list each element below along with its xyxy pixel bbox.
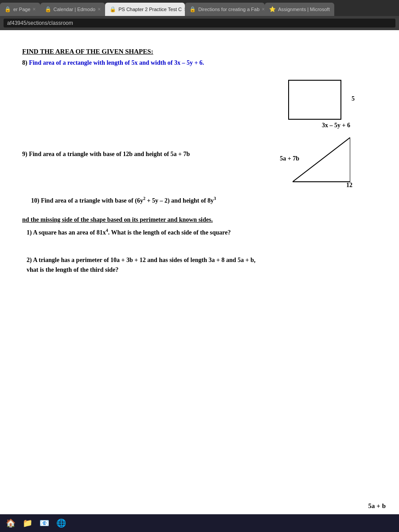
problem-12: 2) A triangle has a perimeter of 10a + 3… [22, 255, 377, 275]
address-bar-row [0, 16, 399, 30]
bottom-right-label: 5a + b [368, 502, 386, 510]
rect-bottom-label: 3x – 5y + 6 [322, 122, 350, 129]
tab-ps-chapter[interactable]: 🔒 PS Chapter 2 Practice Test C × [105, 3, 185, 16]
document-area: FIND THE AREA OF THE GIVEN SHAPES: 8) Fi… [0, 30, 399, 532]
tab-close-3[interactable]: × [184, 6, 185, 12]
tab-directions[interactable]: 🔒 Directions for creating a Fab × [185, 3, 265, 16]
tab-close-1[interactable]: × [33, 6, 36, 12]
problem-9-text: 9) Find area of a triangle with base of … [22, 151, 190, 158]
rectangle-shape [288, 80, 341, 120]
tab-label-4: Directions for creating a Fab [198, 7, 259, 12]
tab-label-3: PS Chapter 2 Practice Test C [118, 7, 182, 12]
tab-er-page[interactable]: 🔒 er Page × [0, 3, 40, 16]
section-heading-2: nd the missing side of the shape based o… [22, 216, 377, 223]
tab-assignments[interactable]: ⭐ Assignments | Microsoft [265, 3, 334, 16]
taskbar-folder-icon[interactable]: 📁 [20, 516, 35, 530]
svg-marker-0 [293, 137, 350, 182]
tab-calendar[interactable]: 🔒 Calendar | Edmodo × [40, 3, 106, 16]
problem-9-row: 9) Find area of a triangle with base of … [22, 137, 377, 191]
tab-icon-2: 🔒 [45, 6, 51, 12]
tab-icon-1: 🔒 [4, 6, 11, 12]
tab-label-1: er Page [13, 7, 31, 12]
problem-10: 10) Find area of a triangle with base of… [22, 195, 377, 205]
tab-icon-5: ⭐ [269, 6, 276, 12]
tab-icon-3: 🔒 [110, 6, 116, 12]
tab-label-5: Assignments | Microsoft [278, 7, 330, 12]
problem-9-container: 9) Find area of a triangle with base of … [22, 137, 377, 191]
problem-8-text: 8) Find area of a rectangle with length … [22, 59, 204, 66]
triangle-base-label: 12 [346, 182, 352, 189]
tab-bar: 🔒 er Page × 🔒 Calendar | Edmodo × 🔒 PS C… [0, 0, 399, 16]
taskbar-start-icon[interactable]: 🏠 [4, 516, 18, 530]
tab-close-2[interactable]: × [98, 6, 101, 12]
tab-label-2: Calendar | Edmodo [54, 7, 96, 12]
taskbar-browser-icon[interactable]: 🌐 [54, 516, 68, 530]
page-content: FIND THE AREA OF THE GIVEN SHAPES: 8) Fi… [0, 30, 399, 532]
taskbar-mail-icon[interactable]: 📧 [37, 516, 51, 530]
problem-11: 1) A square has an area of 81x4. What is… [22, 227, 377, 238]
rect-right-label: 5 [352, 95, 355, 102]
problem-8: 8) Find area of a rectangle with length … [22, 58, 377, 67]
address-bar-input[interactable] [4, 19, 395, 27]
browser-chrome: 🔒 er Page × 🔒 Calendar | Edmodo × 🔒 PS C… [0, 0, 399, 30]
tab-close-4[interactable]: × [262, 6, 265, 12]
triangle-shape [293, 137, 350, 186]
section-heading: FIND THE AREA OF THE GIVEN SHAPES: [22, 48, 377, 55]
tab-icon-4: 🔒 [189, 6, 196, 12]
rectangle-diagram-area: 5 3x – 5y + 6 [22, 75, 377, 133]
taskbar: 🏠 📁 📧 🌐 [0, 514, 399, 532]
